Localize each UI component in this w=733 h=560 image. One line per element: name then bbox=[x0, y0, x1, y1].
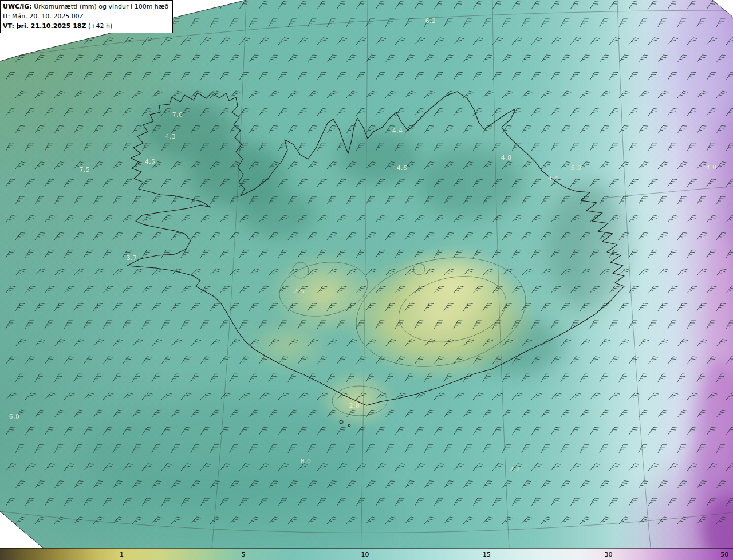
model-source-label: UWC/IG: bbox=[3, 3, 32, 10]
colorbar-tick: 50 bbox=[720, 551, 728, 558]
product-title: Úrkomumætti (mm) og vindur i 100m hæð bbox=[34, 3, 168, 10]
colorbar-tick: 5 bbox=[241, 551, 245, 558]
projection-border bbox=[0, 0, 733, 560]
colorbar-tick: 15 bbox=[483, 551, 491, 558]
colorbar-tick: 30 bbox=[604, 551, 612, 558]
colorbar-tick: 10 bbox=[361, 551, 369, 558]
colorbar-tick: 1 bbox=[120, 551, 124, 558]
valid-time-line: VT: þri. 21.10.2025 18Z (+42 h) bbox=[3, 21, 168, 31]
frame-layer bbox=[0, 0, 733, 560]
colorbar: 1510153050 bbox=[0, 548, 733, 560]
valid-time: VT: þri. 21.10.2025 18Z bbox=[3, 22, 86, 30]
weather-map-page: 6.27.04.34.57.54.44.64.85.04.44.03.72.56… bbox=[0, 0, 733, 560]
title-line: UWC/IG: Úrkomumætti (mm) og vindur i 100… bbox=[3, 2, 168, 11]
init-time-line: IT: Mán. 20. 10. 2025 00Z bbox=[3, 11, 168, 21]
valid-offset: (+42 h) bbox=[88, 22, 112, 30]
title-box: UWC/IG: Úrkomumætti (mm) og vindur i 100… bbox=[0, 0, 173, 33]
